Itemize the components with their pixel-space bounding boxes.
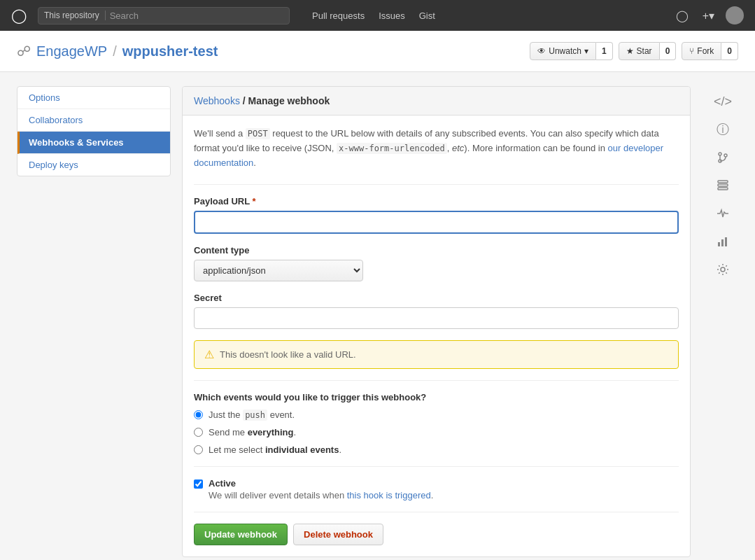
watch-count: 1 (596, 42, 613, 60)
fork-button[interactable]: ⑂ Fork (682, 42, 721, 60)
form-divider-3 (194, 466, 679, 467)
content-type-label: Content type (194, 245, 679, 255)
svg-rect-4 (718, 181, 728, 183)
pull-request-icon[interactable] (713, 148, 733, 167)
hook-triggered-link[interactable]: this hook is triggered (347, 490, 431, 500)
fork-label: Fork (697, 46, 714, 56)
event-individual-item: Let me select individual events. (194, 444, 679, 455)
code-icon[interactable]: </> (713, 92, 733, 111)
content-type-group: Content type application/json applicatio… (194, 245, 679, 281)
form-divider-1 (194, 184, 679, 185)
star-count: 0 (660, 42, 677, 60)
svg-rect-8 (721, 239, 724, 246)
fork-count: 0 (721, 42, 738, 60)
right-sidebar: </> ⓘ (707, 86, 738, 557)
svg-rect-9 (725, 237, 727, 246)
settings-sidebar: Options Collaborators Webhooks & Service… (17, 86, 171, 557)
event-everything-item: Send me everything. (194, 427, 679, 438)
graphs-icon[interactable] (713, 232, 733, 251)
repo-title: ☍ EngageWP / wppusher-test (17, 43, 218, 59)
title-separator: / (113, 43, 117, 59)
info-icon[interactable]: ⓘ (713, 120, 733, 139)
svg-rect-7 (718, 242, 720, 246)
repo-book-icon: ☍ (17, 43, 31, 59)
svg-rect-6 (718, 188, 728, 190)
pulse-icon[interactable] (713, 204, 733, 223)
avatar[interactable] (726, 6, 744, 24)
repo-name-link[interactable]: wppusher-test (122, 43, 218, 59)
warning-text: This doesn't look like a valid URL. (220, 349, 356, 360)
event-push-radio[interactable] (194, 410, 203, 419)
active-label: Active (209, 478, 433, 489)
content-area: Webhooks / Manage webhook We'll send a P… (182, 86, 691, 557)
issues-link[interactable]: Issues (379, 10, 405, 21)
pull-requests-link[interactable]: Pull requests (312, 10, 365, 21)
event-everything-radio[interactable] (194, 428, 203, 437)
events-label: Which events would you like to trigger t… (194, 392, 679, 402)
webhooks-breadcrumb-link[interactable]: Webhooks (194, 95, 240, 106)
star-group: ★ Star 0 (619, 42, 677, 60)
sidebar-item-deploy-keys[interactable]: Deploy keys (17, 154, 170, 176)
svg-point-0 (719, 153, 721, 155)
sidebar-item-collaborators[interactable]: Collaborators (17, 109, 170, 132)
update-webhook-button[interactable]: Update webhook (194, 524, 288, 545)
event-individual-radio[interactable] (194, 445, 203, 454)
secret-label: Secret (194, 293, 679, 303)
star-button[interactable]: ★ Star (619, 42, 660, 60)
sidebar-nav: Options Collaborators Webhooks & Service… (17, 86, 171, 176)
org-name-link[interactable]: EngageWP (36, 43, 107, 59)
repo-header: ☍ EngageWP / wppusher-test 👁 Unwatch ▾ 1… (0, 31, 755, 72)
top-navigation: ◯ This repository Pull requests Issues G… (0, 0, 755, 31)
event-push-label: Just the push event. (209, 410, 295, 420)
active-text: Active We will deliver event details whe… (209, 478, 433, 500)
required-indicator: * (253, 196, 256, 206)
eye-icon: 👁 (537, 46, 546, 56)
github-logo-icon[interactable]: ◯ (11, 7, 27, 24)
breadcrumb-separator: / (243, 95, 248, 106)
repo-actions: 👁 Unwatch ▾ 1 ★ Star 0 ⑂ Fork 0 (524, 42, 738, 60)
watch-chevron-icon: ▾ (584, 46, 588, 56)
payload-url-group: Payload URL * (194, 196, 679, 234)
breadcrumb: Webhooks / Manage webhook (194, 95, 679, 106)
page-title: Manage webhook (248, 95, 330, 106)
search-input[interactable] (110, 10, 283, 21)
events-section: Which events would you like to trigger t… (194, 392, 679, 455)
warning-triangle-icon: ⚠ (204, 348, 214, 361)
search-box: This repository (38, 7, 290, 24)
event-push-item: Just the push event. (194, 410, 679, 420)
payload-url-input[interactable] (194, 211, 679, 234)
secret-group: Secret (194, 293, 679, 329)
url-warning-box: ⚠ This doesn't look like a valid URL. (194, 340, 679, 369)
fork-group: ⑂ Fork 0 (682, 42, 738, 60)
top-nav-links: Pull requests Issues Gist (312, 10, 435, 21)
settings-icon[interactable] (713, 260, 733, 279)
active-checkbox[interactable] (194, 479, 203, 489)
svg-rect-5 (718, 184, 728, 186)
button-row: Update webhook Delete webhook (194, 512, 679, 545)
content-body: We'll send a POST request to the URL bel… (183, 115, 690, 556)
secret-input[interactable] (194, 307, 679, 329)
delete-webhook-button[interactable]: Delete webhook (293, 524, 383, 545)
form-divider-2 (194, 380, 679, 381)
active-section: Active We will deliver event details whe… (194, 478, 679, 500)
gist-link[interactable]: Gist (419, 10, 435, 21)
issues-list-icon[interactable] (713, 176, 733, 195)
unwatch-label: Unwatch (549, 46, 581, 56)
sidebar-item-webhooks[interactable]: Webhooks & Services (17, 132, 170, 154)
add-menu-button[interactable]: +▾ (700, 6, 717, 25)
watch-group: 👁 Unwatch ▾ 1 (530, 42, 612, 60)
events-radio-group: Just the push event. Send me everything.… (194, 410, 679, 455)
content-type-select[interactable]: application/json application/x-www-form-… (194, 260, 363, 281)
star-label: Star (637, 46, 652, 56)
sidebar-item-options[interactable]: Options (17, 87, 170, 109)
notifications-icon[interactable]: ◯ (673, 6, 691, 25)
active-description: We will deliver event details when this … (209, 490, 433, 500)
fork-icon: ⑂ (689, 46, 694, 56)
payload-url-label: Payload URL * (194, 196, 679, 206)
svg-point-3 (724, 154, 727, 157)
content-header: Webhooks / Manage webhook (183, 87, 690, 115)
event-everything-label: Send me everything. (209, 427, 296, 438)
unwatch-button[interactable]: 👁 Unwatch ▾ (530, 42, 596, 60)
main-container: Options Collaborators Webhooks & Service… (0, 72, 755, 560)
svg-point-10 (721, 267, 725, 272)
